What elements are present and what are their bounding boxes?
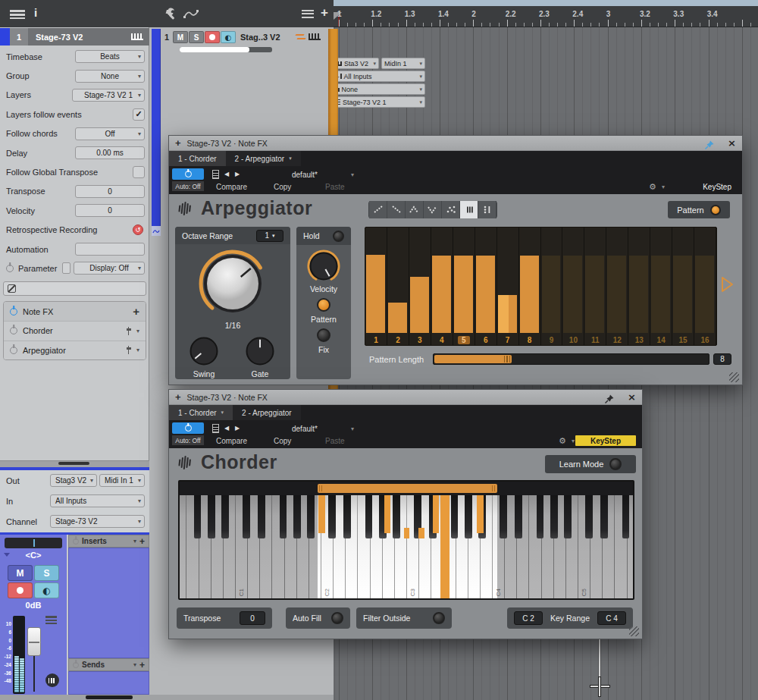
pattern-length-value[interactable]: 8 xyxy=(713,353,731,365)
pattern-led-button[interactable] xyxy=(317,298,330,312)
timeline-ruler[interactable]: 11.21.31.422.22.32.433.23.33.4 xyxy=(334,6,758,27)
preset-dropdown-icon[interactable]: ▾ xyxy=(351,425,354,432)
prev-preset-icon[interactable]: ◀ xyxy=(224,425,229,432)
fader-menu-icon[interactable] xyxy=(45,616,57,624)
arp-mode-random[interactable] xyxy=(442,201,460,218)
hold-led-button[interactable] xyxy=(333,231,344,242)
auto-mode-button[interactable]: Auto: Off xyxy=(172,435,204,445)
pan-value[interactable]: <C> xyxy=(0,551,67,560)
pattern-toggle-button[interactable]: Pattern xyxy=(668,201,730,218)
filter-outside-led-button[interactable] xyxy=(433,612,445,624)
inserts-power-icon[interactable] xyxy=(73,538,79,545)
preset-dropdown-icon[interactable]: ▾ xyxy=(351,171,354,178)
fx-tab-2[interactable]: 2 - Arpeggiator xyxy=(233,405,301,420)
gear-icon[interactable]: ⚙ xyxy=(559,436,566,446)
inserts-header[interactable]: Inserts ▾ + xyxy=(68,535,149,548)
track-mute-button[interactable]: M xyxy=(173,31,188,43)
rate-knob[interactable] xyxy=(196,247,269,320)
step-5[interactable]: 5 xyxy=(453,228,475,345)
note-fx-indicator-icon[interactable] xyxy=(296,34,305,41)
track-io-dropdown[interactable]: Stage-73 V2 1▾ xyxy=(331,96,425,108)
inspector-dropdown[interactable]: Off▾ xyxy=(75,127,145,140)
next-preset-icon[interactable]: ▶ xyxy=(235,171,240,177)
inspector-value-box[interactable]: 0 xyxy=(75,185,145,198)
io-dropdown[interactable]: Midi In 1▾ xyxy=(99,474,145,487)
arp-mode-down[interactable] xyxy=(387,201,406,218)
pin-icon[interactable] xyxy=(705,139,714,148)
track-io-dropdown[interactable]: MidIn 1▾ xyxy=(381,58,425,69)
auto-mode-button[interactable]: Auto: Off xyxy=(172,181,204,191)
step-15[interactable]: 15 xyxy=(672,228,694,345)
fx-tab-2[interactable]: 2 - Arpeggiator▾ xyxy=(226,151,301,166)
instrument-keyboard-icon[interactable] xyxy=(309,33,321,40)
preset-name-dropdown[interactable]: default* xyxy=(292,425,318,433)
solo-button[interactable]: S xyxy=(34,565,59,581)
window-add-button[interactable]: + xyxy=(175,137,181,149)
learn-mode-button[interactable]: Learn Mode xyxy=(545,455,636,473)
step-9[interactable]: 9 xyxy=(541,228,563,345)
octave-range-dropdown[interactable]: 1▾ xyxy=(256,230,283,242)
fx-tab-1[interactable]: 1 - Chorder xyxy=(169,151,226,166)
step-12[interactable]: 12 xyxy=(606,228,628,345)
key-range-high[interactable]: C 4 xyxy=(597,611,626,625)
copy-button[interactable]: Copy xyxy=(274,437,291,445)
black-key[interactable] xyxy=(343,495,351,538)
parameter-power-icon[interactable] xyxy=(6,265,14,272)
arp-mode-up[interactable] xyxy=(369,201,387,218)
inspector-dropdown[interactable]: Stage-73 V2 1▾ xyxy=(72,89,145,102)
arp-mode-up-down[interactable] xyxy=(406,201,424,218)
track-list-icon[interactable] xyxy=(302,10,314,18)
track-solo-button[interactable]: S xyxy=(189,31,204,43)
inspector-dropdown[interactable]: None▾ xyxy=(75,70,145,83)
arp-mode-chord[interactable] xyxy=(460,201,478,218)
note-fx-header[interactable]: Note FX+ xyxy=(4,302,146,321)
black-key[interactable] xyxy=(393,495,400,538)
retrospective-recording-icon[interactable]: ↺ xyxy=(133,224,143,235)
plugin-menu-icon[interactable]: ▾ xyxy=(136,347,139,353)
plugin-power-icon[interactable] xyxy=(10,327,17,334)
step-7[interactable]: 7 xyxy=(497,228,519,345)
compare-button[interactable]: Compare xyxy=(216,183,247,191)
mute-button[interactable]: M xyxy=(8,565,33,581)
plugin-routing-icon[interactable] xyxy=(126,327,133,335)
fader-handle[interactable] xyxy=(27,627,41,656)
monitor-button[interactable]: ◐ xyxy=(34,582,59,598)
record-arm-button[interactable] xyxy=(8,582,33,598)
black-key[interactable] xyxy=(465,495,472,538)
sends-header[interactable]: Sends ▾ + xyxy=(68,658,149,671)
inspector-checkbox[interactable]: ✓ xyxy=(133,108,145,121)
note-fx-item-arpeggiator[interactable]: Arpeggiator▾ xyxy=(4,341,146,359)
pattern-length-slider[interactable] xyxy=(433,353,709,365)
fix-led-button[interactable] xyxy=(317,328,330,342)
next-preset-icon[interactable]: ▶ xyxy=(235,425,240,432)
io-dropdown[interactable]: Stage-73 V2▾ xyxy=(50,515,145,528)
keystep-device-button[interactable]: KeyStep xyxy=(703,183,731,191)
close-icon[interactable]: × xyxy=(628,391,636,403)
step-14[interactable]: 14 xyxy=(650,228,672,345)
add-track-button[interactable]: + xyxy=(321,5,328,20)
automation-toggle[interactable] xyxy=(152,226,161,236)
transpose-value[interactable]: 0 xyxy=(240,611,265,625)
note-fx-power-icon[interactable] xyxy=(10,308,17,315)
step-1[interactable]: 1 xyxy=(365,228,387,345)
io-dropdown[interactable]: Stag3 V2▾ xyxy=(50,474,97,487)
arp-mode-step[interactable] xyxy=(478,201,496,218)
gain-value[interactable]: 0dB xyxy=(0,601,67,610)
pan-slider[interactable] xyxy=(5,538,62,548)
pin-icon[interactable] xyxy=(605,393,614,402)
black-key[interactable] xyxy=(328,495,336,538)
key-range-low[interactable]: C 2 xyxy=(514,611,543,625)
auto-fill-led-button[interactable] xyxy=(331,612,343,624)
copy-button[interactable]: Copy xyxy=(274,183,291,191)
key-range-bar[interactable] xyxy=(318,484,497,493)
prev-preset-icon[interactable]: ◀ xyxy=(224,171,229,177)
keyboard-keys[interactable]: C1C2C3C4C5 xyxy=(180,495,633,598)
sends-body[interactable] xyxy=(68,671,149,695)
plugin-power-button[interactable] xyxy=(172,422,204,434)
parameter-display-dropdown[interactable]: Display: Off▾ xyxy=(74,262,145,275)
black-key[interactable] xyxy=(451,495,459,538)
keystep-device-button[interactable]: KeyStep xyxy=(575,435,636,446)
gear-icon[interactable]: ⚙ xyxy=(649,182,656,192)
plugin-menu-icon[interactable]: ▾ xyxy=(136,328,139,334)
instrument-editor-button[interactable] xyxy=(45,673,59,687)
